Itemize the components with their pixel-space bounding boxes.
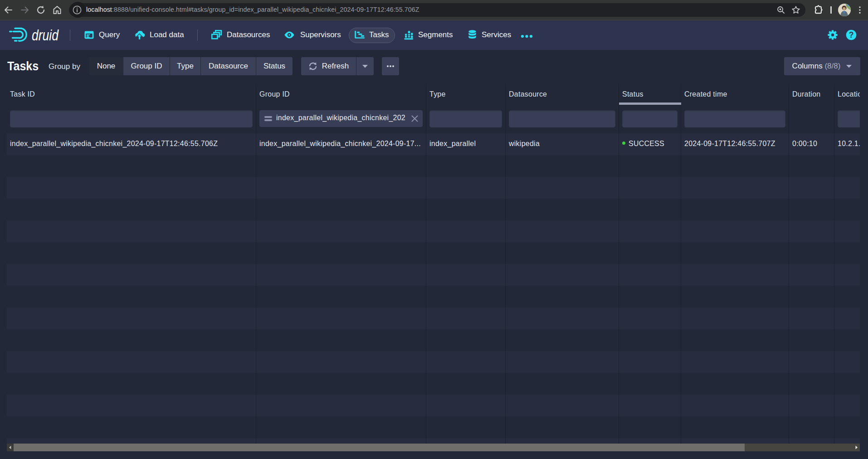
svg-text:?: ? (849, 30, 854, 39)
